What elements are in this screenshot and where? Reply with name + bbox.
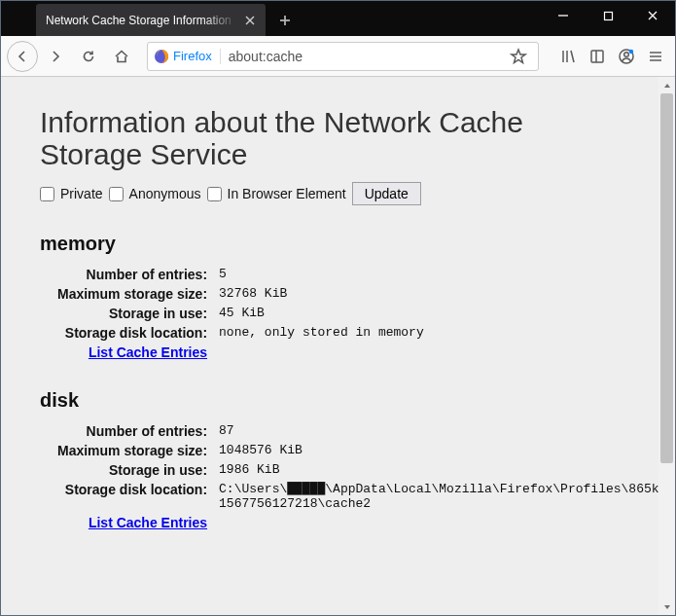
vertical-scrollbar[interactable] xyxy=(658,77,675,615)
window-controls xyxy=(541,1,675,30)
scroll-down-arrow-icon[interactable] xyxy=(658,598,675,615)
table-row: Number of entries: 5 xyxy=(52,265,430,284)
anonymous-label-text: Anonymous xyxy=(129,186,201,201)
disk-heading: disk xyxy=(40,389,620,412)
private-label-text: Private xyxy=(60,186,103,201)
new-tab-button[interactable] xyxy=(271,7,299,34)
table-row: Number of entries: 87 xyxy=(52,421,563,441)
home-button[interactable] xyxy=(106,41,137,72)
minimize-button[interactable] xyxy=(541,1,586,30)
memory-disk-loc: none, only stored in memory xyxy=(213,323,430,343)
table-row: Storage disk location: C:\Users\█████\Ap… xyxy=(52,480,563,513)
menu-icon[interactable] xyxy=(642,43,669,70)
maximize-button[interactable] xyxy=(586,1,630,30)
scroll-up-arrow-icon[interactable] xyxy=(658,77,675,93)
disk-max-size: 1048576 KiB xyxy=(213,441,563,460)
bookmark-star-icon[interactable] xyxy=(505,43,532,70)
private-checkbox-label[interactable]: Private xyxy=(40,186,103,201)
url-input[interactable] xyxy=(227,48,499,65)
memory-info-table: Number of entries: 5 Maximum storage siz… xyxy=(52,265,430,362)
toolbar-right xyxy=(554,43,669,70)
site-identity[interactable]: Firefox xyxy=(154,49,221,64)
svg-line-11 xyxy=(571,51,574,62)
anonymous-checkbox-label[interactable]: Anonymous xyxy=(109,186,201,201)
table-row: List Cache Entries xyxy=(52,513,563,532)
content-area: Information about the Network Cache Stor… xyxy=(1,77,675,615)
label-in-use: Storage in use: xyxy=(52,460,213,480)
table-row: Maximum storage size: 32768 KiB xyxy=(52,284,430,304)
memory-num-entries: 5 xyxy=(213,265,430,284)
firefox-brand-icon xyxy=(154,49,169,64)
disk-num-entries: 87 xyxy=(213,421,563,441)
table-row: List Cache Entries xyxy=(52,343,430,362)
memory-in-use: 45 KiB xyxy=(213,304,430,323)
tab-title: Network Cache Storage Information xyxy=(46,14,242,27)
browser-tab[interactable]: Network Cache Storage Information xyxy=(36,4,266,36)
svg-point-16 xyxy=(629,49,633,53)
label-num-entries: Number of entries: xyxy=(52,265,213,284)
disk-info-table: Number of entries: 87 Maximum storage si… xyxy=(52,421,563,532)
disk-disk-loc: C:\Users\█████\AppData\Local\Mozilla\Fir… xyxy=(213,480,563,513)
reload-button[interactable] xyxy=(73,41,104,72)
label-in-use: Storage in use: xyxy=(52,304,213,323)
label-max-size: Maximum storage size: xyxy=(52,441,213,460)
memory-heading: memory xyxy=(40,233,620,255)
disk-in-use: 1986 KiB xyxy=(213,460,563,480)
close-window-button[interactable] xyxy=(630,1,675,30)
label-max-size: Maximum storage size: xyxy=(52,284,213,304)
scroll-track[interactable] xyxy=(658,93,675,598)
context-form: Private Anonymous In Browser Element Upd… xyxy=(40,182,620,205)
library-icon[interactable] xyxy=(554,43,582,70)
sidebar-icon[interactable] xyxy=(584,43,611,70)
titlebar: Network Cache Storage Information xyxy=(1,1,675,36)
page-title: Information about the Network Cache Stor… xyxy=(40,106,620,170)
update-button[interactable]: Update xyxy=(352,182,421,205)
list-entries-link-disk[interactable]: List Cache Entries xyxy=(89,515,207,530)
inbrowser-checkbox[interactable] xyxy=(207,187,222,201)
inbrowser-checkbox-label[interactable]: In Browser Element xyxy=(207,186,346,201)
page-body: Information about the Network Cache Stor… xyxy=(1,77,658,615)
forward-button[interactable] xyxy=(40,41,71,72)
nav-toolbar: Firefox xyxy=(1,36,675,77)
account-icon[interactable] xyxy=(613,43,640,70)
table-row: Maximum storage size: 1048576 KiB xyxy=(52,441,563,460)
identity-label: Firefox xyxy=(173,49,212,63)
url-bar[interactable]: Firefox xyxy=(147,42,539,71)
back-button[interactable] xyxy=(7,41,38,72)
table-row: Storage in use: 45 KiB xyxy=(52,304,430,323)
close-tab-icon[interactable] xyxy=(242,13,258,28)
memory-max-size: 32768 KiB xyxy=(213,284,430,304)
table-row: Storage disk location: none, only stored… xyxy=(52,323,430,343)
label-disk-loc: Storage disk location: xyxy=(52,323,213,343)
anonymous-checkbox[interactable] xyxy=(109,187,124,201)
label-disk-loc: Storage disk location: xyxy=(52,480,213,513)
svg-point-15 xyxy=(624,52,629,56)
list-entries-link-memory[interactable]: List Cache Entries xyxy=(89,344,207,360)
scroll-thumb[interactable] xyxy=(660,93,673,463)
private-checkbox[interactable] xyxy=(40,187,54,201)
label-num-entries: Number of entries: xyxy=(52,421,213,441)
svg-rect-12 xyxy=(591,51,603,62)
table-row: Storage in use: 1986 KiB xyxy=(52,460,563,480)
svg-rect-5 xyxy=(604,12,612,19)
tab-strip: Network Cache Storage Information xyxy=(1,1,299,36)
inbrowser-label-text: In Browser Element xyxy=(228,186,346,201)
